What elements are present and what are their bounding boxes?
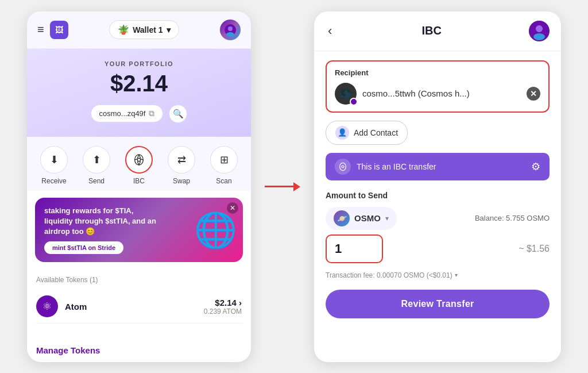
avatar[interactable]: [220, 20, 241, 40]
swap-label: Swap: [173, 177, 190, 185]
svg-point-12: [533, 33, 545, 40]
token-selector-name: OSMO: [354, 213, 381, 223]
ibc-label: IBC: [133, 177, 145, 185]
add-contact-label: Add Contact: [354, 128, 398, 137]
svg-point-3: [137, 158, 141, 161]
swap-icon-circle: ⇄: [168, 146, 195, 174]
amount-label: Amount to Send: [326, 191, 550, 200]
left-panel: ≡ 🖼 🪴 Wallet 1 ▾ YOUR PORTFOLIO $2.14 co…: [27, 11, 251, 362]
amount-usd: ~ $1.56: [519, 244, 550, 254]
search-icon: 🔍: [173, 109, 184, 119]
manage-tokens-link[interactable]: Manage Tokens: [27, 339, 251, 362]
promo-text: staking rewards for $TIA, liquidity thro…: [44, 206, 159, 237]
send-button[interactable]: ⬆ Send: [83, 146, 110, 185]
token-row[interactable]: ⚛ Atom $2.14 › 0.239 ATOM: [36, 290, 242, 324]
tokens-label: Available Tokens (1): [36, 276, 242, 284]
ibc-body: Recipient 🌑 cosmo...5ttwh (Cosmos h...) …: [314, 51, 561, 362]
address-bar: cosmo...zq49f ⧉ 🔍: [38, 105, 239, 123]
copy-icon[interactable]: ⧉: [149, 109, 154, 118]
token-left: ⚛ Atom: [36, 295, 87, 317]
promo-button[interactable]: mint $stTIA on Stride: [44, 241, 123, 254]
add-contact-button[interactable]: 👤 Add Contact: [326, 121, 408, 145]
wallet-emoji-icon: 🪴: [118, 24, 129, 35]
amount-section: Amount to Send 🪐 OSMO ▾ Balance: 5.755 O…: [326, 191, 550, 263]
portfolio-label: YOUR PORTFOLIO: [38, 60, 239, 67]
recipient-avatar-icon: 🌑: [339, 87, 352, 100]
recipient-icon: 🌑: [335, 83, 357, 105]
right-panel: ‹ IBC Recipient 🌑 cosmo...5ttwh (Cosmos …: [314, 11, 561, 362]
portfolio-section: YOUR PORTFOLIO $2.14 cosmo...zq49f ⧉ 🔍: [27, 49, 251, 137]
arrow-container: [265, 182, 300, 191]
svg-point-1: [228, 26, 233, 31]
token-amount: 0.239 ATOM: [204, 307, 242, 316]
svg-point-11: [536, 25, 543, 32]
recipient-section: Recipient 🌑 cosmo...5ttwh (Cosmos h...) …: [326, 60, 550, 113]
promo-banner: staking rewards for $TIA, liquidity thro…: [35, 198, 243, 263]
search-button[interactable]: 🔍: [169, 105, 187, 123]
scan-button[interactable]: ⊞ Scan: [210, 146, 238, 185]
scan-icon-circle: ⊞: [210, 146, 238, 174]
ibc-avatar: [529, 21, 550, 41]
ibc-button[interactable]: IBC: [125, 146, 153, 185]
token-selector[interactable]: 🪐 OSMO ▾: [326, 207, 397, 230]
address-text: cosmo...zq49f: [99, 109, 146, 118]
osmo-icon: 🪐: [334, 210, 350, 226]
ibc-header: ‹ IBC: [314, 11, 561, 51]
send-label: Send: [88, 177, 105, 185]
token-name: Atom: [65, 302, 87, 312]
wallet-image-icon: 🖼: [50, 21, 68, 39]
fee-text: Transaction fee: 0.00070 OSMO (<$0.01): [326, 271, 452, 279]
svg-point-2: [226, 32, 234, 37]
ibc-settings-icon[interactable]: ⚙: [531, 160, 540, 173]
wallet-selector[interactable]: 🪴 Wallet 1 ▾: [109, 20, 179, 39]
receive-label: Receive: [41, 177, 66, 185]
back-button[interactable]: ‹: [326, 21, 334, 41]
send-icon-circle: ⬆: [83, 146, 110, 174]
amount-top-row: 🪐 OSMO ▾ Balance: 5.755 OSMO: [326, 207, 550, 230]
recipient-clear-button[interactable]: ✕: [527, 87, 540, 101]
ibc-title: IBC: [421, 24, 441, 37]
fee-dropdown-icon: ▾: [455, 272, 458, 278]
recipient-label: Recipient: [335, 68, 540, 77]
recipient-address: cosmo...5ttwh (Cosmos h...): [362, 89, 521, 98]
amount-input[interactable]: [326, 234, 383, 263]
top-bar-left: ≡ 🖼: [37, 21, 68, 39]
atom-icon: ⚛: [36, 295, 58, 317]
address-pill: cosmo...zq49f ⧉: [91, 105, 164, 122]
tokens-section: Available Tokens (1) ⚛ Atom $2.14 › 0.23…: [27, 269, 251, 338]
swap-button[interactable]: ⇄ Swap: [168, 146, 195, 185]
balance-text: Balance: 5.755 OSMO: [475, 214, 550, 222]
add-contact-icon: 👤: [335, 126, 349, 140]
token-chevron-icon: ▾: [385, 214, 389, 222]
promo-graphic-icon: 🌐: [194, 209, 237, 250]
receive-icon-circle: ⬇: [40, 146, 68, 174]
fee-row[interactable]: Transaction fee: 0.00070 OSMO (<$0.01) ▾: [326, 271, 550, 279]
review-transfer-button[interactable]: Review Transfer: [326, 290, 550, 318]
receive-button[interactable]: ⬇ Receive: [40, 146, 68, 185]
recipient-chain-badge: [350, 98, 358, 106]
top-bar: ≡ 🖼 🪴 Wallet 1 ▾: [27, 11, 251, 49]
wallet-name: Wallet 1: [133, 25, 163, 34]
amount-input-row: ~ $1.56: [326, 234, 550, 263]
portfolio-value: $2.14: [38, 71, 239, 97]
action-buttons: ⬇ Receive ⬆ Send IBC: [27, 137, 251, 191]
ibc-notice-text: This is an IBC transfer: [357, 162, 525, 171]
ibc-notice: This is an IBC transfer ⚙: [326, 153, 550, 180]
menu-icon[interactable]: ≡: [37, 23, 44, 36]
scan-label: Scan: [216, 177, 231, 185]
recipient-row: 🌑 cosmo...5ttwh (Cosmos h...) ✕: [335, 83, 540, 105]
token-value: $2.14 ›: [204, 298, 242, 307]
token-right: $2.14 › 0.239 ATOM: [204, 298, 242, 316]
wallet-dropdown-icon: ▾: [167, 25, 171, 34]
ibc-icon-circle: [125, 146, 153, 174]
svg-point-13: [342, 166, 344, 168]
ibc-logo-icon: [335, 159, 351, 175]
